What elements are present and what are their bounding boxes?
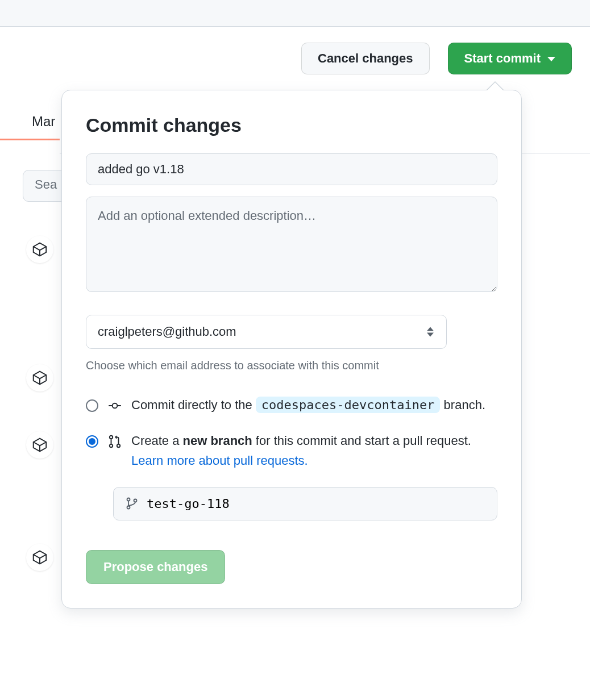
radio-new-branch-label: Create a new branch for this commit and …: [131, 431, 497, 470]
search-input-stub[interactable]: Sea: [23, 170, 64, 202]
action-row: Cancel changes Start commit: [0, 27, 590, 74]
commit-email-value: craiglpeters@github.com: [98, 324, 236, 339]
git-branch-icon: [125, 497, 139, 510]
container-icon: [31, 549, 48, 566]
newbranch-prefix: Create a: [131, 434, 183, 448]
svg-point-3: [110, 436, 113, 439]
caret-down-icon: [547, 57, 555, 61]
new-branch-name-wrap[interactable]: [113, 487, 497, 520]
tab-marketplace[interactable]: Mar: [0, 102, 60, 140]
svg-point-8: [134, 499, 137, 502]
svg-point-4: [110, 444, 113, 447]
git-commit-icon: [107, 398, 122, 413]
commit-target-radios: Commit directly to the codespaces-devcon…: [86, 395, 497, 520]
svg-point-5: [117, 444, 120, 447]
svg-point-6: [127, 498, 130, 501]
newbranch-middle: for this commit and start a pull request…: [252, 434, 471, 448]
direct-suffix: branch.: [444, 398, 485, 412]
select-caret-icon: [427, 327, 434, 337]
cancel-changes-button[interactable]: Cancel changes: [301, 43, 430, 74]
container-item-3[interactable]: [26, 431, 53, 459]
container-icon: [31, 241, 48, 258]
commit-description-textarea[interactable]: [86, 197, 497, 292]
branch-pill: codespaces-devcontainer: [256, 397, 441, 413]
commit-email-select[interactable]: craiglpeters@github.com: [86, 315, 447, 349]
radio-direct-commit-row: Commit directly to the codespaces-devcon…: [86, 395, 497, 415]
start-commit-button[interactable]: Start commit: [448, 43, 572, 74]
propose-changes-button[interactable]: Propose changes: [86, 550, 225, 584]
radio-direct-commit[interactable]: [86, 399, 98, 412]
newbranch-bold: new branch: [183, 434, 252, 448]
container-icon: [31, 369, 48, 386]
new-branch-name-input[interactable]: [147, 497, 485, 511]
radio-new-branch-row: Create a new branch for this commit and …: [86, 431, 497, 470]
popover-title: Commit changes: [86, 114, 497, 136]
learn-pull-requests-link[interactable]: Learn more about pull requests.: [131, 453, 308, 468]
start-commit-label: Start commit: [464, 51, 541, 66]
top-bar: [0, 0, 590, 27]
container-icon: [31, 436, 48, 453]
direct-prefix: Commit directly to the: [131, 398, 256, 412]
svg-point-0: [113, 403, 118, 409]
commit-email-helper: Choose which email address to associate …: [86, 359, 497, 372]
container-item-2[interactable]: [26, 364, 53, 391]
commit-summary-input[interactable]: [86, 153, 497, 185]
svg-point-7: [127, 506, 130, 509]
commit-popover: Commit changes craiglpeters@github.com C…: [61, 90, 522, 609]
git-pull-request-icon: [107, 434, 122, 449]
container-item-4[interactable]: [26, 544, 53, 571]
container-item-1[interactable]: [26, 236, 53, 263]
radio-direct-commit-label: Commit directly to the codespaces-devcon…: [131, 395, 497, 415]
radio-new-branch[interactable]: [86, 435, 98, 448]
